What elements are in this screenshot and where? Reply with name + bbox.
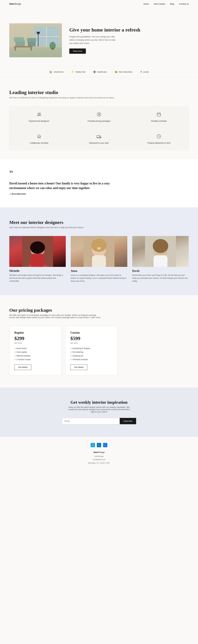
nav-link[interactable]: How it works	[154, 3, 165, 5]
designer-illustration-anna	[71, 236, 127, 267]
pricing-package-name: Regular	[14, 331, 57, 334]
svg-rect-37	[153, 255, 167, 267]
hero-description: Imagine the possibilities. You can chang…	[69, 35, 116, 45]
feature-card: Flexible schedule	[129, 106, 189, 128]
feature-icon-dollar	[97, 112, 101, 118]
designer-card: Michelle Michelle's personality shines t…	[9, 236, 66, 283]
nav-link[interactable]: Home	[143, 3, 149, 5]
brand-icon: 🐝	[115, 70, 118, 73]
pricing-cta-button[interactable]: Get started	[14, 364, 31, 370]
svg-rect-6	[14, 37, 24, 42]
brand-item: 🐝Bee Naturelles.	[115, 70, 133, 73]
brand-name: Bee Naturelles.	[119, 71, 133, 73]
subscribe-button[interactable]: Subscribe	[120, 418, 136, 424]
designer-photo-anna	[71, 236, 127, 267]
quote-mark-icon: "	[9, 172, 189, 176]
hero-cta-button[interactable]: Read more	[69, 48, 86, 54]
leading-section: Leading interior studio We have a combin…	[0, 77, 198, 159]
svg-point-17	[40, 113, 41, 114]
email-input[interactable]	[62, 418, 120, 424]
svg-rect-11	[14, 46, 33, 48]
footer-address-line2: 24 Bedford Ave	[9, 458, 189, 462]
leading-inner: Leading interior studio We have a combin…	[0, 77, 198, 159]
pricing-price: $299	[14, 336, 57, 341]
twitter-icon[interactable]: 𝕏	[91, 443, 95, 447]
svg-rect-32	[92, 255, 106, 267]
hero-heading: Give your home interior a refresh	[69, 27, 189, 33]
svg-point-31	[91, 239, 107, 252]
pricing-feature: Color palette	[14, 350, 57, 354]
feature-card: Projects delivered on time	[129, 128, 189, 150]
pricing-card: Custom $599 per room Everything in Regul…	[65, 326, 118, 375]
nav-links: HomeHow it worksBlogContact us	[143, 2, 189, 5]
facebook-icon[interactable]: f	[103, 443, 107, 447]
brand-name: Vitality Star	[75, 71, 86, 73]
pricing-feature: Mood board	[14, 346, 57, 350]
feature-label: Experienced designers	[29, 120, 49, 122]
quote-section: " David turned a house into a home! Our …	[0, 159, 198, 208]
pricing-inner: Our pricing packages We offer two types …	[0, 295, 198, 388]
brand-item: ⚡Vitality Star	[71, 70, 86, 73]
brand-item: 🏠smarthome	[49, 70, 64, 73]
svg-rect-13	[31, 48, 32, 50]
quote-author: — Erica Morrison	[9, 193, 189, 195]
nav-link[interactable]: Contact us	[179, 3, 189, 5]
pricing-card: Regular $299 per room Mood boardColor pa…	[9, 326, 62, 375]
brand-icon: ➕	[93, 70, 96, 73]
svg-rect-8	[27, 38, 36, 42]
brand-name: ycode	[143, 71, 149, 73]
brand-name: healthcare.	[97, 71, 107, 73]
svg-point-36	[153, 239, 168, 253]
footer: 𝕏 in f InterDesign InterDesign 24 Bedfor…	[0, 436, 198, 471]
pricing-feature: Unlimited revisions	[70, 358, 112, 362]
newsletter-section: Get weekly interior inspiration Keep up …	[0, 388, 198, 436]
pricing-subtitle: We offer two types of consultation packa…	[9, 314, 102, 318]
brand-item: ➕healthcare.	[93, 70, 107, 73]
pricing-cta-button[interactable]: Get started	[70, 364, 87, 370]
svg-rect-12	[15, 48, 16, 50]
designer-illustration-david	[132, 236, 189, 267]
designers-section: Meet our interior designers Let's meet o…	[0, 208, 198, 295]
feature-icon-clock	[156, 134, 161, 140]
footer-social: 𝕏 in f	[9, 443, 189, 447]
feature-icon-home	[37, 134, 42, 140]
svg-point-16	[38, 113, 39, 114]
pricing-features-list: Everything in Regular3D renderingShoppin…	[70, 346, 112, 362]
linkedin-icon[interactable]: in	[97, 443, 101, 447]
hero-illustration	[9, 23, 62, 57]
quote-inner: " David turned a house into a home! Our …	[0, 159, 198, 208]
svg-point-27	[30, 242, 45, 254]
newsletter-subtitle: Keep up with the latest design trends wi…	[68, 406, 130, 413]
hero-section: Give your home interior a refresh Imagin…	[0, 8, 198, 66]
svg-rect-15	[52, 48, 53, 50]
feature-card: Collaborate remotely	[9, 128, 69, 150]
nav-link[interactable]: Blog	[170, 3, 174, 5]
svg-rect-19	[157, 113, 160, 116]
designer-name: David	[132, 269, 189, 272]
hero-image	[9, 23, 62, 57]
designers-heading: Meet our interior designers	[9, 220, 189, 225]
brand-icon: 🏠	[49, 70, 52, 73]
brand-name: smarthome	[54, 71, 64, 73]
pricing-package-name: Custom	[70, 331, 112, 334]
designers-grid: Michelle Michelle's personality shines t…	[9, 236, 189, 283]
pricing-per: per room	[14, 342, 57, 344]
quote-text: David turned a house into a home! Our fa…	[9, 181, 118, 190]
feature-icon-calendar	[156, 112, 161, 118]
svg-rect-20	[97, 136, 100, 138]
svg-point-22	[100, 137, 101, 138]
feature-card: Delivered to your door	[69, 128, 129, 150]
newsletter-form: Subscribe	[62, 418, 136, 424]
pricing-cards: Regular $299 per room Mood boardColor pa…	[9, 326, 118, 375]
designer-bio: Anna is a conceptual designer. She takes…	[71, 274, 127, 283]
designer-bio: Michelle's personality shines through in…	[9, 274, 66, 283]
feature-icon-people	[37, 112, 42, 118]
designer-photo-david	[132, 236, 189, 267]
brand-icon: ⚡	[71, 70, 74, 73]
designers-inner: Meet our interior designers Let's meet o…	[9, 220, 189, 283]
designer-photo-michelle	[9, 236, 66, 267]
navbar: Interdesign HomeHow it worksBlogContact …	[0, 0, 198, 8]
pricing-heading: Our pricing packages	[9, 308, 189, 313]
brand-icon: ✦	[140, 70, 142, 73]
pricing-features-list: Mood boardColor paletteMaterial samples2…	[14, 346, 57, 362]
